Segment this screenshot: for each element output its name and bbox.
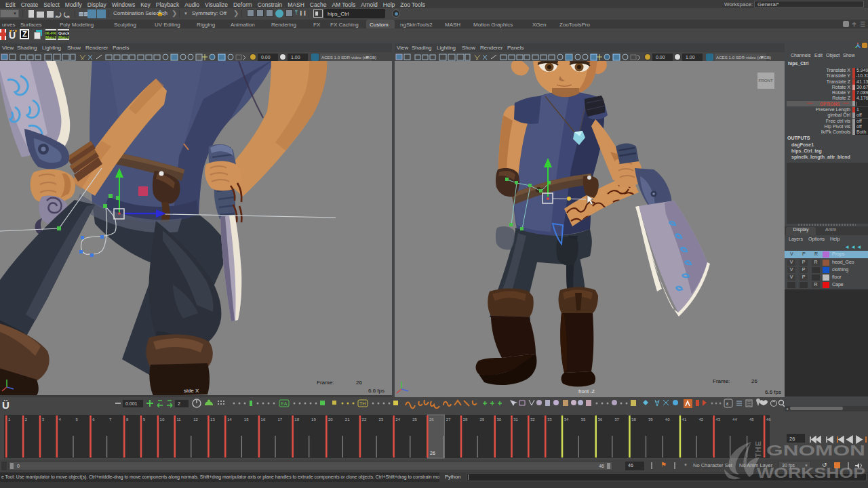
- svg-text:30: 30: [496, 418, 501, 422]
- svg-text:34: 34: [564, 418, 569, 422]
- svg-text:37: 37: [614, 418, 619, 422]
- svg-text:14: 14: [227, 418, 232, 422]
- svg-text:12: 12: [193, 418, 198, 422]
- svg-text:Ü: Ü: [2, 399, 9, 411]
- svg-text:Frame:: Frame:: [713, 378, 730, 384]
- svg-text:39: 39: [648, 418, 653, 422]
- svg-text:front -Z: front -Z: [578, 388, 595, 394]
- svg-text:26: 26: [789, 436, 795, 442]
- svg-text:10: 10: [160, 418, 165, 422]
- svg-text:36: 36: [597, 418, 602, 422]
- svg-text:0.00: 0.00: [261, 55, 271, 60]
- svg-text:46: 46: [766, 418, 771, 422]
- svg-text:40: 40: [665, 418, 670, 422]
- svg-text:45: 45: [749, 418, 754, 422]
- svg-text:6.6 fps: 6.6 fps: [368, 388, 384, 394]
- svg-text:ε: ε: [726, 401, 729, 407]
- svg-text:17: 17: [277, 418, 282, 422]
- svg-text:33: 33: [547, 418, 552, 422]
- svg-text:43: 43: [715, 418, 720, 422]
- svg-text:EA: EA: [281, 401, 288, 406]
- svg-text:41: 41: [682, 418, 687, 422]
- svg-text:27: 27: [446, 418, 451, 422]
- svg-text:32: 32: [530, 418, 535, 422]
- svg-text:24: 24: [395, 418, 400, 422]
- svg-text:38: 38: [631, 418, 636, 422]
- svg-text:15: 15: [244, 418, 249, 422]
- svg-text:Frame:: Frame:: [317, 380, 334, 386]
- svg-text:22: 22: [362, 418, 367, 422]
- svg-text:26: 26: [751, 378, 757, 384]
- svg-text:44: 44: [732, 418, 737, 422]
- svg-text:26: 26: [356, 380, 362, 386]
- svg-text:side X: side X: [184, 388, 199, 394]
- svg-text:31: 31: [513, 418, 518, 422]
- svg-text:25: 25: [412, 418, 417, 422]
- svg-text:26: 26: [429, 418, 434, 422]
- svg-text:13: 13: [210, 418, 215, 422]
- svg-text:29: 29: [480, 418, 485, 422]
- svg-text:6.6 fps: 6.6 fps: [765, 389, 781, 395]
- svg-text:18: 18: [294, 418, 299, 422]
- svg-text:26: 26: [430, 451, 435, 455]
- svg-text:19: 19: [311, 418, 316, 422]
- svg-text:23: 23: [379, 418, 384, 422]
- svg-text:2: 2: [178, 401, 180, 406]
- svg-text:1.00: 1.00: [686, 55, 695, 60]
- svg-text:1.00: 1.00: [291, 55, 300, 60]
- svg-text:20: 20: [328, 418, 333, 422]
- svg-text:FRONT: FRONT: [759, 78, 774, 83]
- svg-text:42: 42: [698, 418, 703, 422]
- svg-text:0.001: 0.001: [125, 401, 138, 406]
- svg-text:TH: TH: [359, 401, 366, 406]
- svg-text:35: 35: [581, 418, 586, 422]
- svg-text:28: 28: [463, 418, 468, 422]
- svg-text:11: 11: [176, 418, 181, 422]
- svg-text:16: 16: [261, 418, 266, 422]
- svg-text:0.00: 0.00: [656, 55, 665, 60]
- svg-text:21: 21: [345, 418, 350, 422]
